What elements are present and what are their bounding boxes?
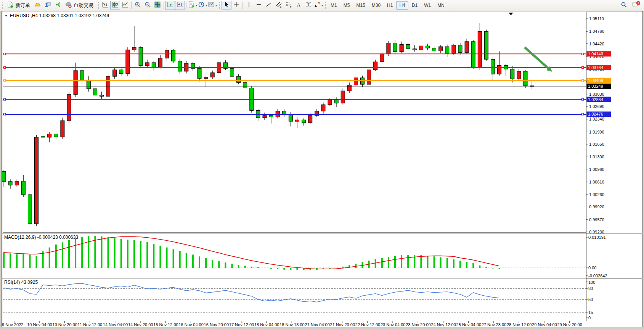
- bar-chart-button[interactable]: [100, 1, 110, 10]
- trendline-tool-button[interactable]: [264, 1, 274, 10]
- time-tick-label: 23 Nov 20:00: [406, 322, 430, 327]
- svg-text:F: F: [290, 5, 292, 8]
- macd-histogram-bar: [388, 257, 389, 268]
- timeframe-button-H1[interactable]: H1: [384, 1, 396, 10]
- rsi-indicator-label: RSI(14) 43.0925: [4, 280, 38, 285]
- macd-histogram-bar: [446, 258, 448, 268]
- candle: [35, 135, 39, 226]
- price-tick-label: 0.99230: [589, 230, 604, 234]
- line-handle[interactable]: [4, 79, 6, 81]
- macd-histogram-bar: [114, 238, 116, 268]
- price-tick-label: 0.99570: [589, 217, 604, 222]
- candle: [106, 74, 110, 98]
- time-axis[interactable]: 9 Nov 202210 Nov 04:0010 Nov 20:0011 Nov…: [2, 321, 582, 327]
- line-handle[interactable]: [4, 66, 6, 68]
- candlestick-chart-button[interactable]: [110, 1, 120, 10]
- time-tick-label: 11 Nov 12:00: [78, 322, 103, 327]
- horizontal-line-tool-button[interactable]: [254, 1, 264, 10]
- autotrade-icon: [65, 2, 72, 10]
- search-button[interactable]: [619, 1, 629, 10]
- price-axis[interactable]: 1.051101.047601.044201.040701.037201.033…: [586, 16, 604, 234]
- chart-shift-button[interactable]: [175, 1, 185, 10]
- line-handle[interactable]: [582, 79, 584, 81]
- rsi-axis-label: 50: [588, 297, 593, 302]
- auto-scroll-button[interactable]: [165, 1, 175, 10]
- line-handle[interactable]: [582, 98, 584, 100]
- crosshair-button[interactable]: [231, 1, 241, 10]
- timeframe-button-M15[interactable]: M15: [353, 1, 368, 10]
- time-tick-label: 29 Nov 04:00: [532, 322, 557, 327]
- template-icon: [208, 1, 215, 10]
- autotrade-button[interactable]: 自动交易: [63, 0, 96, 10]
- line-handle[interactable]: [582, 66, 584, 68]
- line-handle[interactable]: [4, 98, 6, 100]
- cursor-button[interactable]: [222, 1, 231, 10]
- line-handle[interactable]: [4, 113, 6, 115]
- line-chart-icon: [122, 1, 128, 10]
- line-handle[interactable]: [4, 53, 6, 55]
- macd-histogram-bar: [297, 268, 298, 270]
- price-tick-label: 1.02690: [589, 104, 604, 109]
- indicators-button[interactable]: ▾: [188, 1, 198, 10]
- macd-histogram-bar: [108, 237, 109, 268]
- price-tag-label: 1.03764: [588, 65, 603, 70]
- text-label-tool-button[interactable]: T: [304, 1, 313, 10]
- macd-histogram-bar: [75, 238, 76, 268]
- toolbar-grip[interactable]: [97, 2, 99, 9]
- signals-button[interactable]: [53, 1, 63, 10]
- periods-button[interactable]: ▾: [198, 1, 207, 10]
- timeframe-button-M5[interactable]: M5: [340, 1, 353, 10]
- expert-advisors-button[interactable]: [43, 1, 53, 10]
- candle: [67, 92, 71, 124]
- price-tag-label: 1.04140: [588, 52, 603, 56]
- line-handle[interactable]: [582, 113, 584, 115]
- macd-histogram-bar: [277, 268, 278, 269]
- macd-histogram-bar: [146, 242, 148, 268]
- zoom-out-button[interactable]: [143, 1, 153, 10]
- zoom-in-button[interactable]: [133, 1, 143, 10]
- candle: [341, 89, 345, 105]
- timeframe-button-W1[interactable]: W1: [421, 1, 434, 10]
- line-chart-button[interactable]: [120, 1, 130, 10]
- macd-histogram-bar: [159, 246, 161, 268]
- toolbar-grip[interactable]: [1, 2, 3, 9]
- time-tick-label: 25 Nov 04:00: [456, 322, 481, 327]
- timeframe-button-D1[interactable]: D1: [409, 1, 421, 10]
- macd-histogram-bar: [401, 255, 402, 268]
- macd-histogram-bar: [342, 267, 344, 268]
- timeframe-button-MN[interactable]: MN: [434, 1, 448, 10]
- equidistant-channel-tool-button[interactable]: E: [274, 1, 284, 10]
- tile-windows-button[interactable]: [153, 1, 162, 10]
- text-tool-button[interactable]: A: [294, 1, 304, 10]
- macd-histogram-bar: [270, 268, 272, 269]
- toolbar-separator: [131, 2, 132, 9]
- macd-histogram-bar: [440, 258, 442, 268]
- timeframe-button-M30[interactable]: M30: [369, 1, 384, 10]
- chat-notifications-button[interactable]: 1: [631, 1, 641, 10]
- dropdown-caret-icon: ▾: [196, 4, 197, 7]
- price-tick-label: 1.04760: [589, 29, 604, 34]
- new-order-label: 新订单: [15, 2, 30, 9]
- toolbar-grip[interactable]: [218, 2, 220, 9]
- search-icon: [620, 1, 627, 10]
- svg-text:T: T: [307, 3, 310, 7]
- market-watch-button[interactable]: [33, 1, 43, 10]
- price-tick-label: 1.03030: [589, 92, 604, 97]
- svg-text:E: E: [280, 5, 282, 8]
- timeframe-button-H4[interactable]: H4: [396, 1, 408, 10]
- arrows-tool-button[interactable]: ▾: [313, 1, 323, 10]
- fibonacci-tool-button[interactable]: F: [284, 1, 294, 10]
- collapse-icon[interactable]: ▼: [5, 14, 8, 18]
- line-handle[interactable]: [582, 53, 584, 55]
- dropdown-caret-icon: ▾: [206, 4, 207, 7]
- macd-histogram-bar: [479, 266, 480, 268]
- templates-button[interactable]: ▾: [207, 1, 217, 10]
- chart-canvas[interactable]: 1.051101.047601.044201.040701.037201.033…: [0, 0, 644, 330]
- new-order-button[interactable]: 新订单: [4, 0, 33, 10]
- timeframe-button-M1[interactable]: M1: [328, 1, 340, 10]
- macd-histogram-bar: [16, 254, 18, 268]
- horizontal-line-icon: [255, 1, 262, 10]
- price-tick-label: 1.04420: [589, 42, 604, 46]
- toolbar-grip[interactable]: [324, 2, 326, 9]
- vertical-line-tool-button[interactable]: [244, 1, 254, 10]
